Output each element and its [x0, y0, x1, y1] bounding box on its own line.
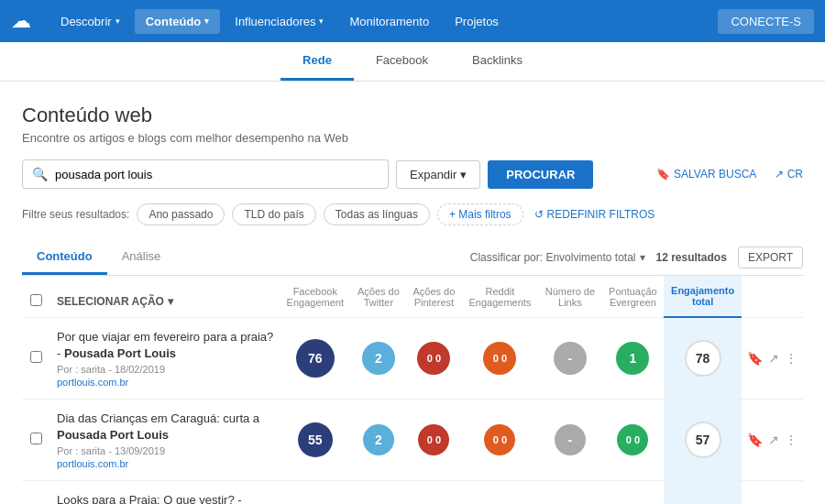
row1-links: - — [538, 317, 601, 399]
col-tw: Ações do Twitter — [351, 276, 407, 317]
col-links: Número de Links — [538, 276, 601, 317]
chevron-down-icon: ▾ — [168, 295, 173, 308]
pt-circle: 0 0 — [417, 342, 450, 375]
logo[interactable]: ☁ — [11, 9, 31, 33]
subnav-backlinks[interactable]: Backlinks — [450, 42, 544, 81]
sort-by[interactable]: Classificar por: Envolvimento total ▾ — [470, 251, 645, 264]
nav-monitoramento[interactable]: Monitoramento — [338, 9, 440, 34]
article-meta: Por : sarita - 13/09/2019 — [57, 445, 274, 456]
filter-label: Filtre seus resultados: — [22, 208, 129, 221]
tab-right: Classificar por: Envolvimento total ▾ 12… — [470, 247, 803, 268]
subnav-facebook[interactable]: Facebook — [354, 42, 450, 81]
rd-circle: 0 0 — [483, 342, 516, 375]
filter-lang[interactable]: Todas as línguas — [324, 203, 430, 225]
nav-projetos[interactable]: Projetos — [444, 9, 510, 34]
row-actions: 🔖 ↗ ⋮ — [747, 433, 798, 447]
fb-circle: 76 — [296, 339, 335, 378]
chevron-down-icon: ▾ — [460, 168, 467, 181]
arrow-icon: ↗ — [775, 168, 784, 181]
links-circle: - — [554, 342, 587, 375]
links-circle: - — [555, 424, 586, 455]
row2-tw: 2 — [351, 399, 407, 480]
row2-pt: 0 0 — [406, 399, 462, 480]
connect-button[interactable]: CONECTE-S — [718, 9, 814, 34]
share-icon[interactable]: ↗ — [768, 351, 779, 366]
row3-check — [22, 481, 50, 504]
row3-content: Looks para a Praia: O que vestir? - Pous… — [50, 481, 280, 504]
tw-circle: 2 — [362, 342, 395, 375]
search-input-wrap: 🔍 — [22, 159, 389, 189]
row1-content: Por que viajar em fevereiro para a praia… — [50, 317, 280, 399]
more-icon[interactable]: ⋮ — [785, 351, 798, 366]
article-title: Looks para a Praia: O que vestir? - Pous… — [57, 492, 274, 504]
article-title: Por que viajar em fevereiro para a praia… — [57, 329, 274, 362]
filter-tld[interactable]: TLD do país — [232, 203, 315, 225]
table-row: Por que viajar em fevereiro para a praia… — [22, 317, 803, 399]
chevron-down-icon: ▾ — [640, 251, 645, 264]
col-action: SELECIONAR AÇÃO ▾ — [50, 276, 280, 317]
tab-analise[interactable]: Análise — [107, 240, 176, 275]
expand-button[interactable]: Expandir ▾ — [396, 160, 480, 189]
save-search-button[interactable]: 🔖 SALVAR BUSCA — [656, 168, 756, 181]
row3-links: - — [538, 481, 601, 504]
subnav-rede[interactable]: Rede — [280, 42, 354, 81]
eng-badge: 78 — [685, 340, 721, 377]
row2-check — [22, 399, 50, 480]
export-button[interactable]: EXPORT — [738, 247, 803, 268]
table-row: Dia das Crianças em Caraguá: curta a Pou… — [22, 399, 803, 480]
content-tabs: Conteúdo Análise Classificar por: Envolv… — [22, 240, 803, 276]
row1-checkbox[interactable] — [30, 351, 42, 363]
content-table: SELECIONAR AÇÃO ▾ Facebook Engagement Aç… — [22, 276, 803, 504]
eg-circle: 0 0 — [617, 424, 648, 455]
article-meta: Por : sarita - 18/02/2019 — [57, 364, 274, 375]
row2-checkbox[interactable] — [30, 433, 42, 444]
article-link[interactable]: portlouis.com.br — [57, 377, 274, 388]
tw-circle: 2 — [363, 424, 394, 455]
row1-rd: 0 0 — [462, 317, 539, 399]
row3-rd: 0 0 — [462, 481, 539, 504]
chevron-down-icon: ▾ — [116, 16, 120, 26]
chevron-down-icon: ▾ — [319, 16, 324, 26]
procurar-button[interactable]: PROCURAR — [488, 160, 593, 189]
row3-pt: 0 0 — [406, 481, 462, 504]
nav-descobrir[interactable]: Descobrir ▾ — [50, 9, 131, 34]
pt-circle: 0 0 — [418, 424, 449, 455]
col-pt: Ações do Pinterest — [406, 276, 462, 317]
select-all-checkbox[interactable] — [30, 294, 42, 306]
nav-influenciadores[interactable]: Influenciadores ▾ — [224, 9, 335, 34]
article-link[interactable]: portlouis.com.br — [57, 458, 274, 469]
article-title: Dia das Crianças em Caraguá: curta a Pou… — [57, 411, 274, 444]
row1-eg: 1 — [602, 317, 665, 399]
bookmark-icon[interactable]: 🔖 — [747, 433, 763, 447]
nav-items: Descobrir ▾ Conteúdo ▾ Influenciadores ▾… — [50, 9, 718, 34]
filters: Filtre seus resultados: Ano passado TLD … — [22, 203, 803, 225]
bookmark-icon[interactable]: 🔖 — [747, 351, 763, 366]
col-eng: Engajamento total — [664, 276, 742, 317]
row3-fb: 39. — [280, 481, 351, 504]
row1-tw: 2 — [351, 317, 407, 399]
row1-pt: 0 0 — [406, 317, 462, 399]
row3-tw: 1 — [351, 481, 407, 504]
row3-actions: 🔖 ↗ ⋮ — [742, 481, 803, 504]
nav-conteudo[interactable]: Conteúdo ▾ — [135, 9, 221, 34]
main-content: Conteúdo web Encontre os artigos e blogs… — [0, 82, 825, 504]
row3-eng: 40. — [664, 481, 742, 504]
share-icon[interactable]: ↗ — [768, 433, 779, 447]
refresh-icon: ↺ — [534, 208, 544, 221]
row2-content: Dia das Crianças em Caraguá: curta a Pou… — [50, 399, 280, 480]
filter-more[interactable]: + Mais filtros — [437, 203, 523, 225]
search-input[interactable] — [55, 168, 379, 181]
cr-button[interactable]: ↗ CR — [775, 168, 803, 181]
more-icon[interactable]: ⋮ — [785, 433, 798, 447]
filter-year[interactable]: Ano passado — [137, 203, 225, 225]
tab-conteudo[interactable]: Conteúdo — [22, 240, 107, 275]
col-row-actions — [742, 276, 803, 317]
search-bar: 🔍 Expandir ▾ PROCURAR 🔖 SALVAR BUSCA ↗ C… — [22, 159, 803, 189]
page-title: Conteúdo web — [22, 104, 803, 127]
row2-eg: 0 0 — [602, 399, 665, 480]
select-action[interactable]: SELECIONAR AÇÃO ▾ — [57, 295, 274, 308]
table-row: Looks para a Praia: O que vestir? - Pous… — [22, 481, 803, 504]
chevron-down-icon: ▾ — [204, 16, 209, 26]
eg-circle: 1 — [616, 342, 649, 375]
reset-filters-button[interactable]: ↺ REDEFINIR FILTROS — [534, 208, 655, 221]
